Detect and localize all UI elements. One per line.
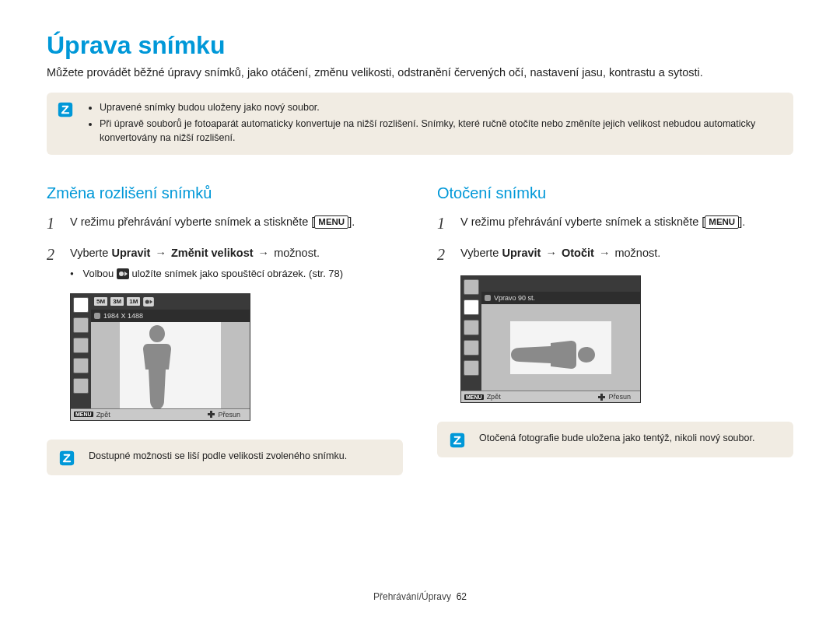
lcd-sidebar: [71, 294, 92, 420]
dpad-icon: [598, 394, 605, 401]
lcd-bottombar: MENU Zpět Přesun: [461, 391, 640, 402]
step-number: 1: [47, 213, 59, 233]
lcd-sidebar-icon: [73, 338, 89, 353]
step-bold: Změnit velikost: [171, 247, 254, 259]
lcd-size-chip: 3M: [110, 297, 124, 306]
step-text: V režimu přehrávání vyberte snímek a sti…: [460, 215, 705, 228]
info-note-item: Při úpravě souborů je fotoaparát automat…: [100, 117, 782, 146]
rotate-column: Otočení snímku 1 V režimu přehrávání vyb…: [437, 184, 793, 475]
page-title: Úprava snímku: [47, 31, 793, 60]
step-number: 1: [437, 213, 450, 233]
menu-button-label: MENU: [314, 215, 348, 229]
footer-page-number: 62: [457, 591, 467, 602]
lcd-sidebar-icon: [464, 299, 479, 315]
step-bold: Upravit: [111, 247, 150, 259]
info-icon: [450, 433, 465, 448]
step-body: Vyberte Upravit → Změnit velikost → možn…: [70, 244, 403, 282]
lcd-back-label: Zpět: [487, 393, 501, 401]
step-body: Vyberte Upravit → Otočit → možnost.: [460, 244, 793, 264]
svg-point-2: [119, 271, 124, 276]
rotate-step-1: 1 V režimu přehrávání vyberte snímek a s…: [437, 213, 793, 233]
lcd-info-icon: [485, 295, 491, 301]
step-body: V režimu přehrávání vyberte snímek a sti…: [70, 213, 403, 233]
lcd-preview-resize: 5M 3M 1M 1984 X 1488: [70, 293, 250, 421]
svg-point-4: [145, 299, 149, 303]
rotate-heading: Otočení snímku: [437, 184, 793, 202]
sub-bullet: Volbou uložíte snímek jako spouštěcí obr…: [70, 266, 403, 282]
intro-text: Můžete provádět běžné úpravy snímků, jak…: [47, 65, 793, 82]
step-number: 2: [437, 244, 450, 264]
arrow-icon: →: [597, 247, 612, 259]
lcd-resolution-label: 1984 X 1488: [103, 312, 143, 320]
lcd-sidebar-icon: [73, 358, 89, 373]
lcd-sidebar-icon: [73, 378, 89, 394]
arrow-icon: →: [257, 247, 271, 259]
resize-heading: Změna rozlišení snímků: [47, 184, 403, 202]
sub-bullet-text: Volbou: [82, 268, 116, 279]
lcd-sidebar-icon: [464, 279, 479, 295]
step-body: V režimu přehrávání vyberte snímek a sti…: [460, 213, 793, 233]
step-text: možnost.: [614, 247, 660, 259]
lcd-rotation-label: Vpravo 90 st.: [494, 294, 535, 302]
rotate-step-2: 2 Vyberte Upravit → Otočit → možnost.: [437, 244, 793, 264]
lcd-move-label: Přesun: [608, 393, 631, 401]
info-note-box: Upravené snímky budou uloženy jako nový …: [47, 93, 793, 155]
lcd-back-label: Zpět: [96, 411, 110, 419]
step-text: ].: [739, 215, 745, 228]
lcd-sidebar-icon: [464, 320, 479, 335]
rotate-note-text: Otočená fotografie bude uložena jako ten…: [479, 431, 754, 446]
info-note-item: Upravené snímky budou uloženy jako nový …: [100, 100, 782, 115]
step-number: 2: [47, 244, 59, 282]
step-bold: Otočit: [562, 247, 594, 259]
lcd-infobar: Vpravo 90 st.: [481, 292, 640, 304]
lcd-canvas: [481, 304, 640, 391]
resize-column: Změna rozlišení snímků 1 V režimu přehrá…: [47, 184, 403, 475]
rotate-note-box: Otočená fotografie bude uložena jako ten…: [437, 422, 793, 457]
lcd-size-chip: 5M: [94, 297, 107, 306]
info-icon: [59, 450, 75, 466]
lcd-infobar: 1984 X 1488: [91, 310, 250, 322]
step-text: Vyberte: [460, 247, 502, 259]
lcd-topbar: [481, 276, 640, 292]
footer-section: Přehrávání/Úpravy: [373, 591, 451, 602]
step-text: možnost.: [274, 247, 320, 259]
page-footer: Přehrávání/Úpravy 62: [0, 591, 840, 602]
start-image-icon: [143, 297, 154, 306]
resize-step-1: 1 V režimu přehrávání vyberte snímek a s…: [47, 213, 403, 233]
info-note-list: Upravené snímky budou uloženy jako nový …: [87, 100, 782, 147]
step-text: Vyberte: [70, 247, 111, 259]
lcd-topbar: 5M 3M 1M: [91, 294, 250, 310]
resize-note-box: Dostupné možnosti se liší podle velikost…: [47, 440, 403, 475]
lcd-preview-rotate: Vpravo 90 st. M: [460, 275, 641, 403]
step-text: ].: [348, 215, 355, 228]
lcd-move-label: Přesun: [218, 411, 240, 419]
arrow-icon: →: [153, 247, 168, 259]
lcd-sidebar: [461, 276, 482, 402]
person-silhouette-icon: [134, 325, 180, 409]
lcd-sidebar-icon: [73, 317, 89, 333]
start-image-icon: [117, 268, 129, 279]
person-silhouette-rotated-icon: [503, 331, 603, 378]
dpad-icon: [208, 411, 215, 418]
lcd-info-icon: [94, 313, 100, 319]
lcd-sidebar-icon: [464, 360, 479, 376]
resize-note-text: Dostupné možnosti se liší podle velikost…: [89, 449, 347, 464]
lcd-sidebar-icon: [73, 297, 89, 313]
lcd-canvas: [91, 322, 250, 409]
info-icon: [58, 102, 73, 117]
resize-step-2: 2 Vyberte Upravit → Změnit velikost → mo…: [47, 244, 403, 282]
lcd-sidebar-icon: [464, 340, 479, 356]
menu-button-label: MENU: [705, 215, 739, 229]
lcd-bottombar: MENU Zpět Přesun: [71, 408, 250, 420]
menu-chip-icon: MENU: [464, 394, 484, 400]
step-bold: Upravit: [502, 247, 541, 259]
sub-bullet-text: uložíte snímek jako spouštěcí obrázek. (…: [131, 268, 343, 279]
arrow-icon: →: [544, 247, 558, 259]
lcd-size-chip: 1M: [127, 297, 140, 306]
menu-chip-icon: MENU: [74, 412, 93, 417]
step-text: V režimu přehrávání vyberte snímek a sti…: [70, 215, 314, 228]
